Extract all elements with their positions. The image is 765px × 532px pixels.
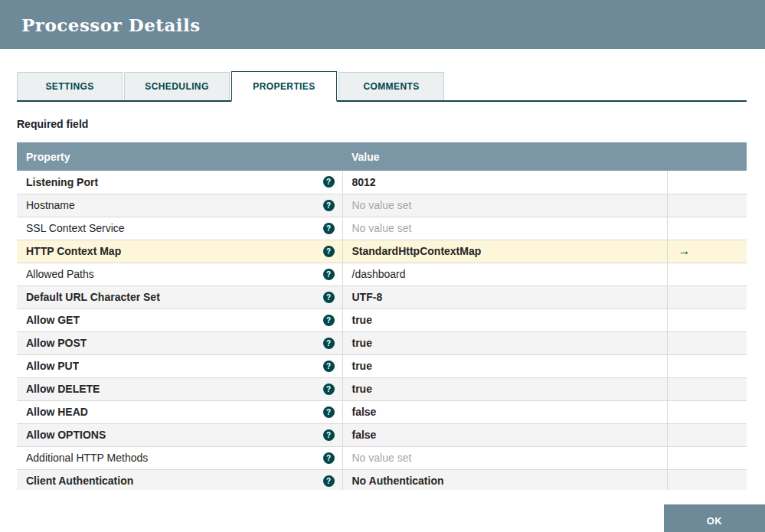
table-row[interactable]: Allow HEAD ? false xyxy=(17,400,747,423)
property-value[interactable]: true xyxy=(342,377,667,400)
table-row[interactable]: Client Authentication ? No Authenticatio… xyxy=(17,469,747,490)
help-icon[interactable]: ? xyxy=(323,452,335,464)
goto-arrow-icon[interactable]: → xyxy=(678,244,691,257)
property-value[interactable]: true xyxy=(342,308,667,331)
table-row[interactable]: Hostname ? No value set xyxy=(17,194,747,217)
property-name: HTTP Context Map xyxy=(26,245,121,257)
help-icon[interactable]: ? xyxy=(323,315,335,326)
help-icon[interactable]: ? xyxy=(323,338,335,349)
tab-settings[interactable]: SETTINGS xyxy=(17,72,123,100)
property-name: Listening Port xyxy=(26,176,98,188)
tab-settings-label: SETTINGS xyxy=(45,81,93,92)
property-value[interactable]: No Authentication xyxy=(342,469,667,490)
help-icon[interactable]: ? xyxy=(323,406,335,418)
table-row[interactable]: Allow POST ? true xyxy=(17,331,747,354)
tabs-bar: SETTINGS SCHEDULING PROPERTIES COMMENTS xyxy=(17,71,747,102)
property-value[interactable]: No value set xyxy=(342,446,667,469)
required-field-note: Required field xyxy=(17,118,88,130)
table-row[interactable]: HTTP Context Map ? StandardHttpContextMa… xyxy=(17,240,747,263)
help-icon[interactable]: ? xyxy=(323,176,335,188)
table-row[interactable]: SSL Context Service ? No value set xyxy=(17,217,747,240)
property-name: Hostname xyxy=(26,199,75,211)
tab-properties-label: PROPERTIES xyxy=(253,81,315,92)
help-icon[interactable]: ? xyxy=(323,475,335,487)
properties-table-body: Listening Port ? 8012 Hostname ? No valu… xyxy=(17,171,747,490)
tab-scheduling[interactable]: SCHEDULING xyxy=(124,72,230,100)
property-value[interactable]: true xyxy=(342,354,667,377)
property-value[interactable]: No value set xyxy=(342,217,667,240)
help-icon[interactable]: ? xyxy=(323,429,335,441)
tab-comments[interactable]: COMMENTS xyxy=(338,72,444,100)
property-name: Allow POST xyxy=(26,337,87,349)
table-row[interactable]: Allowed Paths ? /dashboard xyxy=(17,263,747,286)
property-name: Allow DELETE xyxy=(26,383,100,395)
property-value[interactable]: 8012 xyxy=(342,171,667,194)
property-value[interactable]: No value set xyxy=(342,194,667,217)
table-row[interactable]: Allow DELETE ? true xyxy=(17,377,747,400)
property-name: Additional HTTP Methods xyxy=(26,452,148,464)
tab-properties[interactable]: PROPERTIES xyxy=(231,71,337,102)
property-name: Allow PUT xyxy=(26,360,79,372)
property-value[interactable]: StandardHttpContextMap xyxy=(342,240,667,263)
tab-scheduling-label: SCHEDULING xyxy=(145,81,208,92)
table-row[interactable]: Allow GET ? true xyxy=(17,308,747,331)
dialog-header: Processor Details xyxy=(0,0,765,49)
dialog-title: Processor Details xyxy=(21,15,201,35)
help-icon[interactable]: ? xyxy=(323,246,335,257)
table-row[interactable]: Listening Port ? 8012 xyxy=(17,171,747,194)
ok-button-label: OK xyxy=(707,515,723,527)
properties-table: Property Value Listening Port ? 8012 Hos… xyxy=(17,142,747,490)
help-icon[interactable]: ? xyxy=(323,383,335,395)
property-name: Allowed Paths xyxy=(26,268,94,280)
help-icon[interactable]: ? xyxy=(323,269,335,280)
table-row[interactable]: Default URL Character Set ? UTF-8 xyxy=(17,286,747,308)
help-icon[interactable]: ? xyxy=(323,361,335,372)
ok-button[interactable]: OK xyxy=(664,504,765,532)
property-value[interactable]: /dashboard xyxy=(342,263,667,286)
properties-table-viewport: Property Value Listening Port ? 8012 Hos… xyxy=(17,142,747,490)
property-value[interactable]: true xyxy=(342,331,667,354)
table-row[interactable]: Additional HTTP Methods ? No value set xyxy=(17,446,747,469)
property-name: Client Authentication xyxy=(26,475,133,487)
table-header-row: Property Value xyxy=(17,142,747,171)
property-name: Allow HEAD xyxy=(26,406,88,418)
help-icon[interactable]: ? xyxy=(323,292,335,303)
property-value[interactable]: false xyxy=(342,400,667,423)
help-icon[interactable]: ? xyxy=(323,200,335,211)
property-name: Allow GET xyxy=(26,314,80,326)
property-value[interactable]: false xyxy=(342,423,667,446)
tab-comments-label: COMMENTS xyxy=(363,81,419,92)
property-name: Allow OPTIONS xyxy=(26,429,106,441)
help-icon[interactable]: ? xyxy=(323,223,335,234)
table-row[interactable]: Allow PUT ? true xyxy=(17,354,747,377)
property-name: SSL Context Service xyxy=(26,222,125,234)
property-value[interactable]: UTF-8 xyxy=(342,286,667,308)
column-header-property: Property xyxy=(17,142,342,171)
column-header-actions xyxy=(667,142,747,171)
column-header-value: Value xyxy=(342,142,667,171)
property-name: Default URL Character Set xyxy=(26,291,160,303)
table-row[interactable]: Allow OPTIONS ? false xyxy=(17,423,747,446)
